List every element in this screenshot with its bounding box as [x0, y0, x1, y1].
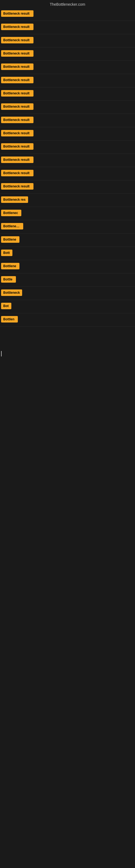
result-row: Bottlene — [0, 234, 135, 247]
site-header: TheBottlenecker.com — [0, 0, 135, 8]
bottleneck-result-button-19[interactable]: Bott — [1, 250, 12, 256]
bottleneck-result-button-12[interactable]: Bottleneck result — [1, 156, 34, 163]
result-row: Bottleneck result — [0, 87, 135, 101]
bottleneck-result-button-15[interactable]: Bottleneck res — [1, 196, 28, 203]
bottleneck-result-button-6[interactable]: Bottleneck result — [1, 77, 34, 83]
result-row: Bottleneck result — [0, 8, 135, 21]
empty-section-1 — [0, 327, 135, 348]
result-row: Bottleneck result — [0, 154, 135, 167]
result-row: Bottle — [0, 273, 135, 287]
page-wrapper: TheBottlenecker.com Bottleneck resultBot… — [0, 0, 135, 468]
bottleneck-result-button-18[interactable]: Bottlene — [1, 236, 19, 243]
site-title: TheBottlenecker.com — [50, 2, 85, 6]
result-row: Bott — [0, 247, 135, 260]
bottleneck-result-button-14[interactable]: Bottleneck result — [1, 183, 34, 190]
bottleneck-result-button-10[interactable]: Bottleneck result — [1, 130, 34, 136]
result-row: Bottlen — [0, 313, 135, 327]
result-row: Bottleneck res — [0, 194, 135, 207]
bottleneck-result-button-20[interactable]: Bottlene — [1, 263, 19, 269]
bottleneck-result-button-17[interactable]: Bottleneck r — [1, 223, 23, 229]
empty-section-6 — [0, 446, 135, 468]
result-row: Bottleneck result — [0, 180, 135, 194]
empty-section-3 — [0, 381, 135, 403]
bottleneck-result-button-24[interactable]: Bottlen — [1, 316, 18, 322]
cursor-line — [1, 351, 2, 356]
bottleneck-result-button-4[interactable]: Bottleneck result — [1, 50, 34, 57]
result-row: Bottleneck result — [0, 127, 135, 141]
result-row: Bottleneck result — [0, 114, 135, 127]
bottleneck-result-button-9[interactable]: Bottleneck result — [1, 117, 34, 123]
result-row: Bottleneck result — [0, 21, 135, 34]
result-row: Bot — [0, 300, 135, 313]
empty-section-4 — [0, 403, 135, 424]
result-row: Bottleneck r — [0, 220, 135, 234]
result-row: Bottleneck result — [0, 61, 135, 74]
bottleneck-result-button-8[interactable]: Bottleneck result — [1, 103, 34, 110]
result-row: Bottlene — [0, 260, 135, 273]
bottleneck-result-button-11[interactable]: Bottleneck result — [1, 143, 34, 150]
bottleneck-result-button-22[interactable]: Bottleneck — [1, 289, 22, 296]
bottleneck-result-button-7[interactable]: Bottleneck result — [1, 90, 34, 97]
bottleneck-result-button-1[interactable]: Bottleneck result — [1, 10, 34, 17]
result-row: Bottleneck — [0, 287, 135, 300]
empty-section-2 — [0, 359, 135, 381]
buttons-container: Bottleneck resultBottleneck resultBottle… — [0, 8, 135, 327]
result-row: Bottleneck result — [0, 167, 135, 180]
bottleneck-result-button-16[interactable]: Bottlenec — [1, 210, 21, 216]
empty-section-5 — [0, 424, 135, 446]
result-row: Bottleneck result — [0, 34, 135, 48]
bottleneck-result-button-3[interactable]: Bottleneck result — [1, 37, 34, 43]
result-row: Bottleneck result — [0, 141, 135, 154]
result-row: Bottleneck result — [0, 48, 135, 61]
result-row: Bottleneck result — [0, 101, 135, 114]
bottleneck-result-button-2[interactable]: Bottleneck result — [1, 24, 34, 30]
bottleneck-result-button-13[interactable]: Bottleneck result — [1, 170, 34, 176]
bottleneck-result-button-23[interactable]: Bot — [1, 303, 11, 309]
bottleneck-result-button-21[interactable]: Bottle — [1, 276, 16, 283]
result-row: Bottleneck result — [0, 74, 135, 87]
result-row: Bottlenec — [0, 207, 135, 220]
bottleneck-result-button-5[interactable]: Bottleneck result — [1, 63, 34, 70]
